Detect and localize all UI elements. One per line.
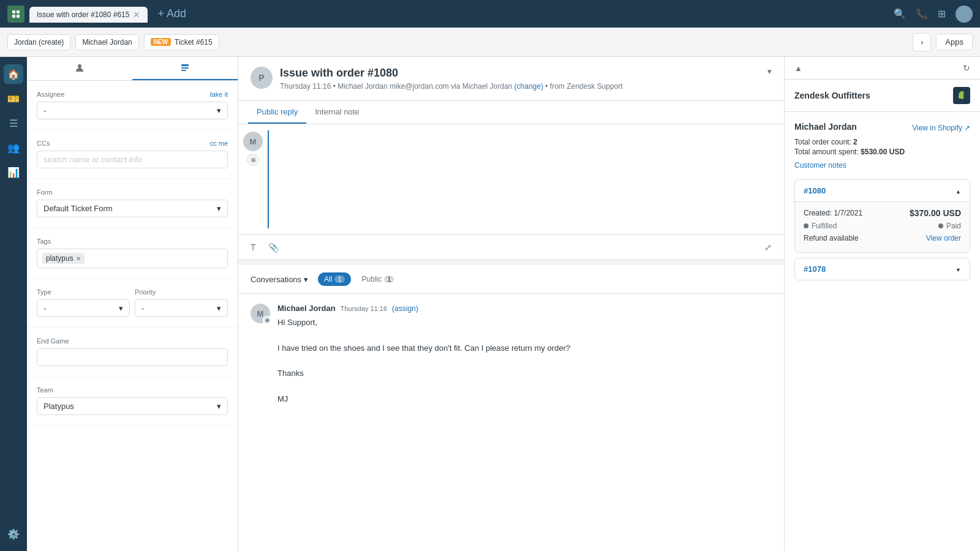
- team-select[interactable]: Platypus ▾: [37, 397, 228, 415]
- reply-area: Public reply Internal note M ⊕ T 📎 ⤢: [238, 101, 784, 260]
- change-link[interactable]: (change): [514, 82, 543, 91]
- right-panel: ▲ ↻ Zendesk Outfitters Michael Jordan Vi…: [784, 57, 980, 551]
- order-refund-row: Refund available View order: [804, 234, 961, 242]
- topbar: Issue with order #1080 #615 ✕ + Add 🔍 📞 …: [0, 0, 980, 28]
- tags-input[interactable]: platypus ✕: [37, 249, 228, 268]
- sidebar-item-users[interactable]: 👥: [4, 138, 23, 157]
- order-created-row: Created: 1/7/2021 $370.00 USD: [804, 208, 961, 218]
- search-icon[interactable]: 🔍: [894, 8, 906, 20]
- tab-internal-note[interactable]: Internal note: [306, 101, 368, 124]
- order-1078-header[interactable]: #1078: [795, 258, 970, 280]
- team-section: Team Platypus ▾: [27, 377, 238, 425]
- active-tab[interactable]: Issue with order #1080 #615 ✕: [29, 7, 148, 23]
- sidebar-item-settings[interactable]: ⚙️: [4, 524, 23, 544]
- conversations-filter[interactable]: Conversations ▾: [251, 275, 308, 284]
- expand-button[interactable]: ⤢: [762, 240, 774, 255]
- type-select[interactable]: - ▾: [37, 299, 130, 317]
- public-count: 1: [384, 276, 394, 283]
- collapse-button[interactable]: ▾: [767, 67, 772, 76]
- view-order-link[interactable]: View order: [926, 234, 961, 242]
- panel-tab-user[interactable]: [27, 57, 132, 80]
- conv-tab-public[interactable]: Public 1: [356, 272, 401, 286]
- tab-close-icon[interactable]: ✕: [133, 10, 140, 19]
- tag-remove-icon[interactable]: ✕: [76, 255, 81, 262]
- chevron-down-icon: ▾: [217, 204, 221, 213]
- right-panel-refresh-icon[interactable]: ↻: [963, 63, 970, 73]
- paid-dot: [938, 223, 943, 228]
- attach-button[interactable]: 📎: [266, 240, 281, 255]
- secondary-nav: Jordan (create) Michael Jordan NEW Ticke…: [0, 28, 980, 57]
- conv-sender: Michael Jordan: [277, 304, 336, 313]
- phone-icon[interactable]: 📞: [916, 8, 928, 20]
- reply-avatar-action-icon[interactable]: ⊕: [247, 154, 259, 166]
- customer-notes-link[interactable]: Customer notes: [794, 161, 970, 170]
- conv-avatar: M ⊕: [251, 304, 270, 323]
- user-avatar[interactable]: [956, 6, 973, 23]
- apps-button[interactable]: Apps: [936, 34, 973, 50]
- shopify-link[interactable]: View in Shopify ↗: [912, 124, 970, 132]
- breadcrumb-jordan[interactable]: Jordan (create): [7, 34, 70, 50]
- type-priority-section: Type - ▾ Priority - ▾: [27, 279, 238, 328]
- breadcrumb-michael-jordan[interactable]: Michael Jordan: [75, 34, 138, 50]
- fulfilled-status: Fulfilled: [804, 222, 837, 230]
- ccs-input[interactable]: [37, 151, 228, 168]
- reply-toolbar: T 📎 ⤢: [238, 234, 784, 260]
- conv-avatar-status-icon[interactable]: ⊕: [263, 316, 271, 324]
- grid-icon[interactable]: ⊞: [938, 8, 946, 20]
- shopify-icon: [953, 87, 970, 104]
- conversation-tabs: All 1 Public 1: [318, 272, 400, 286]
- tab-public-reply[interactable]: Public reply: [248, 101, 306, 124]
- sidebar-item-tickets[interactable]: 🎫: [4, 89, 23, 108]
- nav-forward-arrow[interactable]: ›: [913, 33, 931, 51]
- ticket-header: P Issue with order #1080 Thursday 11:16 …: [238, 57, 784, 101]
- order-1080-body: Created: 1/7/2021 $370.00 USD Fulfilled …: [795, 201, 970, 252]
- form-section: Form Default Ticket Form ▾: [27, 179, 238, 228]
- tag-platypus: platypus ✕: [42, 253, 85, 264]
- main-content: P Issue with order #1080 Thursday 11:16 …: [238, 57, 784, 551]
- reply-editor[interactable]: [269, 130, 784, 228]
- take-it-link[interactable]: take it: [210, 91, 228, 98]
- end-game-input[interactable]: [37, 348, 228, 366]
- chevron-down-icon: ▾: [217, 106, 221, 115]
- breadcrumb-ticket[interactable]: NEW Ticket #615: [144, 34, 219, 50]
- panel-tab-ticket[interactable]: [132, 57, 238, 80]
- sidebar-item-home[interactable]: 🏠: [4, 64, 23, 84]
- ticket-avatar: P: [251, 67, 273, 89]
- type-field: Type - ▾: [37, 288, 130, 317]
- conversation-item: M ⊕ Michael Jordan Thursday 11:16 (assig…: [238, 294, 784, 416]
- conv-content: Michael Jordan Thursday 11:16 (assign) H…: [277, 304, 772, 406]
- total-order-count: Total order count: 2: [794, 138, 970, 146]
- svg-rect-5: [181, 64, 189, 66]
- conv-time: Thursday 11:16: [341, 305, 387, 312]
- sidebar-item-list[interactable]: ☰: [4, 113, 23, 133]
- end-game-section: End Game: [27, 328, 238, 377]
- order-1078: #1078: [794, 258, 970, 280]
- right-panel-top: ▲ ↻: [785, 57, 980, 80]
- assignee-section: Assignee take it - ▾: [27, 81, 238, 130]
- form-select[interactable]: Default Ticket Form ▾: [37, 200, 228, 217]
- conversations-area: Conversations ▾ All 1 Public 1: [238, 265, 784, 551]
- tags-section: Tags platypus ✕: [27, 228, 238, 279]
- reply-tabs: Public reply Internal note: [238, 101, 784, 124]
- ccs-label: CCs cc me: [37, 140, 228, 147]
- assign-link[interactable]: (assign): [392, 304, 418, 313]
- right-panel-collapse-icon[interactable]: ▲: [794, 64, 802, 73]
- assignee-select[interactable]: - ▾: [37, 102, 228, 119]
- text-format-button[interactable]: T: [248, 240, 258, 255]
- order-1080: #1080 Created: 1/7/2021 $370.00 USD: [794, 179, 970, 253]
- add-tab-button[interactable]: + Add: [153, 5, 191, 23]
- order-status-row: Fulfilled Paid: [804, 222, 961, 230]
- conv-tab-all[interactable]: All 1: [318, 272, 350, 286]
- ticket-meta: Thursday 11:16 • Michael Jordan mike@jor…: [280, 82, 760, 91]
- conv-body: Hi Support, I have tried on the shoes an…: [277, 317, 772, 406]
- priority-select[interactable]: - ▾: [135, 299, 228, 317]
- conv-meta: Michael Jordan Thursday 11:16 (assign): [277, 304, 772, 313]
- order-1080-header[interactable]: #1080: [795, 180, 970, 201]
- logo: [7, 6, 24, 23]
- cc-me-link[interactable]: cc me: [210, 140, 228, 147]
- svg-point-4: [78, 64, 81, 68]
- order-1080-collapse-icon: [956, 186, 961, 195]
- svg-rect-2: [12, 15, 15, 18]
- total-amount-spent: Total amount spent: $530.00 USD: [794, 148, 970, 156]
- sidebar-item-reports[interactable]: 📊: [4, 162, 23, 182]
